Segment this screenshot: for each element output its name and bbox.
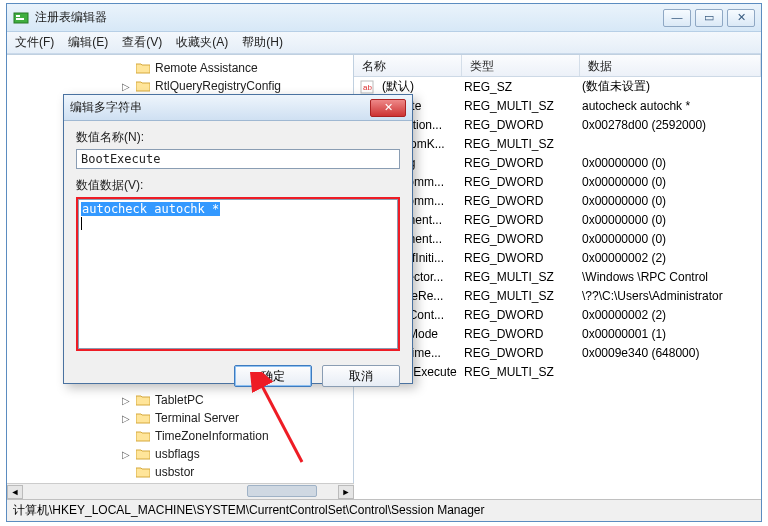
- selected-text: autocheck autochk *: [81, 202, 220, 216]
- value-row[interactable]: 011110...FlagREG_DWORD0x00000000 (0): [354, 153, 761, 172]
- tree-item[interactable]: TimeZoneInformation: [7, 427, 353, 445]
- tree-item-label: TabletPC: [155, 393, 204, 407]
- scroll-right-icon[interactable]: ►: [338, 485, 354, 499]
- value-type: REG_DWORD: [464, 194, 582, 208]
- folder-icon: [135, 60, 151, 76]
- folder-icon: [135, 464, 151, 480]
- cancel-button[interactable]: 取消: [322, 365, 400, 387]
- value-data: 0x00278d00 (2592000): [582, 118, 761, 132]
- folder-icon: [135, 446, 151, 462]
- value-row[interactable]: 011110...egment...REG_DWORD0x00000000 (0…: [354, 229, 761, 248]
- value-data: 0x0009e340 (648000): [582, 346, 761, 360]
- minimize-button[interactable]: —: [663, 9, 691, 27]
- value-data: 0x00000000 (0): [582, 194, 761, 208]
- tree-hscrollbar[interactable]: ◄ ►: [7, 483, 354, 499]
- scroll-thumb[interactable]: [247, 485, 317, 497]
- value-type: REG_MULTI_SZ: [464, 270, 582, 284]
- values-pane: 名称 类型 数据 ab(默认)REG_SZ(数值未设置)ab...ecuteRE…: [354, 55, 761, 499]
- menu-file[interactable]: 文件(F): [15, 34, 54, 51]
- titlebar: 注册表编辑器 — ▭ ✕: [7, 4, 761, 32]
- tree-item-label: usbstor: [155, 465, 194, 479]
- value-row[interactable]: ab...ecuteREG_MULTI_SZautocheck autochk …: [354, 96, 761, 115]
- window-controls: — ▭ ✕: [663, 9, 755, 27]
- tree-item-label: usbflags: [155, 447, 200, 461]
- value-row[interactable]: 011110...erOfIniti...REG_DWORD0x00000002…: [354, 248, 761, 267]
- list-body[interactable]: ab(默认)REG_SZ(数值未设置)ab...ecuteREG_MULTI_S…: [354, 77, 761, 381]
- col-type[interactable]: 类型: [462, 55, 580, 76]
- value-row[interactable]: abSetupExecuteREG_MULTI_SZ: [354, 362, 761, 381]
- close-button[interactable]: ✕: [727, 9, 755, 27]
- value-name-label: 数值名称(N):: [76, 129, 400, 146]
- value-type: REG_DWORD: [464, 175, 582, 189]
- menu-edit[interactable]: 编辑(E): [68, 34, 108, 51]
- tree-item[interactable]: ▷TabletPC: [7, 391, 353, 409]
- textarea-highlight-box: autocheck autochk *: [76, 197, 400, 351]
- value-name: (默认): [382, 78, 464, 95]
- value-row[interactable]: 011110...eComm...REG_DWORD0x00000000 (0): [354, 172, 761, 191]
- tree-item[interactable]: usbstor: [7, 463, 353, 481]
- dialog-close-button[interactable]: ✕: [370, 99, 406, 117]
- value-row[interactable]: ab...gFileRe...REG_MULTI_SZ\??\C:\Users\…: [354, 286, 761, 305]
- svg-rect-1: [16, 15, 20, 17]
- value-row[interactable]: ab...eFromK...REG_MULTI_SZ: [354, 134, 761, 153]
- value-row[interactable]: 011110...eComm...REG_DWORD0x00000000 (0): [354, 191, 761, 210]
- value-data: (数值未设置): [582, 78, 761, 95]
- value-row[interactable]: 011110...ionModeREG_DWORD0x00000001 (1): [354, 324, 761, 343]
- value-data: 0x00000002 (2): [582, 308, 761, 322]
- value-type: REG_MULTI_SZ: [464, 137, 582, 151]
- value-row[interactable]: 011110...Section...REG_DWORD0x00278d00 (…: [354, 115, 761, 134]
- scroll-left-icon[interactable]: ◄: [7, 485, 23, 499]
- list-header: 名称 类型 数据: [354, 55, 761, 77]
- svg-rect-2: [16, 18, 24, 20]
- value-row[interactable]: ab(默认)REG_SZ(数值未设置): [354, 77, 761, 96]
- menu-help[interactable]: 帮助(H): [242, 34, 283, 51]
- folder-icon: [135, 410, 151, 426]
- edit-multistring-dialog: 编辑多字符串 ✕ 数值名称(N): 数值数据(V): autocheck aut…: [63, 94, 413, 384]
- menu-favorites[interactable]: 收藏夹(A): [176, 34, 228, 51]
- value-data: autocheck autochk *: [582, 99, 761, 113]
- twisty-icon[interactable]: ▷: [121, 413, 131, 424]
- status-path: 计算机\HKEY_LOCAL_MACHINE\SYSTEM\CurrentCon…: [13, 502, 485, 519]
- folder-icon: [135, 428, 151, 444]
- dialog-body: 数值名称(N): 数值数据(V): autocheck autochk *: [64, 121, 412, 359]
- value-type: REG_DWORD: [464, 346, 582, 360]
- twisty-icon[interactable]: ▷: [121, 449, 131, 460]
- value-type: REG_MULTI_SZ: [464, 365, 582, 379]
- string-value-icon: ab: [360, 79, 378, 95]
- twisty-icon[interactable]: ▷: [121, 395, 131, 406]
- tree-item[interactable]: ▷Terminal Server: [7, 409, 353, 427]
- dialog-titlebar: 编辑多字符串 ✕: [64, 95, 412, 121]
- ok-button[interactable]: 确定: [234, 365, 312, 387]
- menubar: 文件(F) 编辑(E) 查看(V) 收藏夹(A) 帮助(H): [7, 32, 761, 54]
- app-icon: [13, 10, 29, 26]
- value-data: 0x00000002 (2): [582, 251, 761, 265]
- tree-item-label: RtlQueryRegistryConfig: [155, 79, 281, 93]
- value-row[interactable]: ab...Director...REG_MULTI_SZ\Windows \RP…: [354, 267, 761, 286]
- value-name-input[interactable]: [76, 149, 400, 169]
- value-data: 0x00000000 (0): [582, 232, 761, 246]
- tree-item[interactable]: ▷RtlQueryRegistryConfig: [7, 77, 353, 95]
- dialog-buttons: 确定 取消: [64, 359, 412, 387]
- menu-view[interactable]: 查看(V): [122, 34, 162, 51]
- folder-icon: [135, 392, 151, 408]
- value-row[interactable]: 011110...egment...REG_DWORD0x00000000 (0…: [354, 210, 761, 229]
- svg-text:ab: ab: [363, 83, 372, 92]
- value-data-textarea[interactable]: autocheck autochk *: [78, 199, 398, 349]
- value-data-label: 数值数据(V):: [76, 177, 400, 194]
- tree-item[interactable]: Remote Assistance: [7, 59, 353, 77]
- value-type: REG_DWORD: [464, 232, 582, 246]
- value-row[interactable]: 011110...sorCont...REG_DWORD0x00000002 (…: [354, 305, 761, 324]
- col-data[interactable]: 数据: [580, 55, 761, 76]
- caret-icon: [81, 217, 82, 230]
- statusbar: 计算机\HKEY_LOCAL_MACHINE\SYSTEM\CurrentCon…: [7, 499, 761, 521]
- tree-item-label: Remote Assistance: [155, 61, 258, 75]
- tree-item-label: TimeZoneInformation: [155, 429, 269, 443]
- value-type: REG_DWORD: [464, 251, 582, 265]
- maximize-button[interactable]: ▭: [695, 9, 723, 27]
- folder-icon: [135, 78, 151, 94]
- tree-item[interactable]: ▷usbflags: [7, 445, 353, 463]
- value-row[interactable]: 011110...ceTime...REG_DWORD0x0009e340 (6…: [354, 343, 761, 362]
- twisty-icon[interactable]: ▷: [121, 81, 131, 92]
- col-name[interactable]: 名称: [354, 55, 462, 76]
- value-data: 0x00000000 (0): [582, 175, 761, 189]
